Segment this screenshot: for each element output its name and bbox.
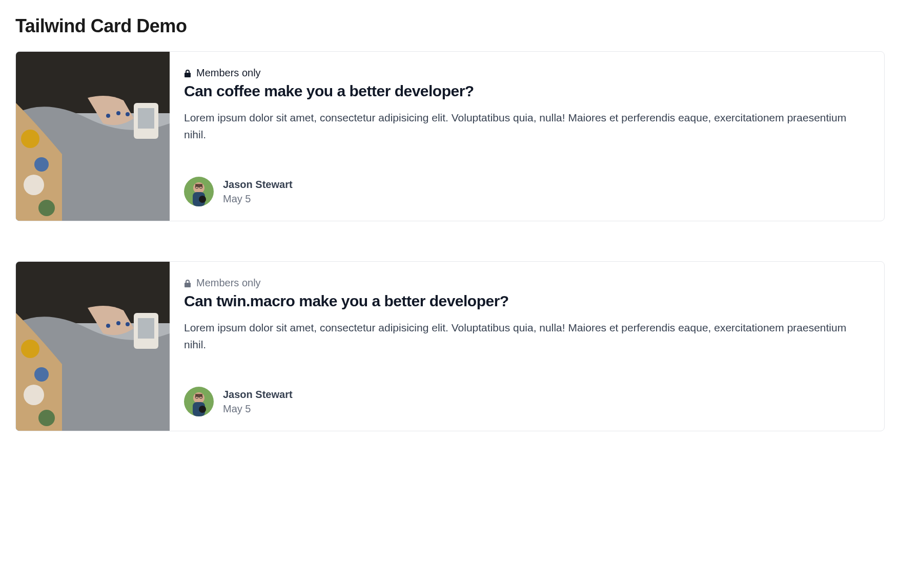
card-body: Members only Can twin.macro make you a b… — [170, 262, 884, 431]
svg-point-23 — [38, 410, 55, 426]
badge-label: Members only — [196, 277, 261, 289]
svg-point-28 — [126, 322, 130, 326]
author-row: Jason Stewart May 5 — [184, 177, 870, 206]
lock-icon — [184, 279, 191, 287]
svg-point-4 — [24, 175, 44, 195]
author-row: Jason Stewart May 5 — [184, 387, 870, 416]
svg-rect-25 — [138, 318, 154, 339]
author-name[interactable]: Jason Stewart — [223, 387, 293, 402]
card-body: Members only Can coffee make you a bette… — [170, 52, 884, 221]
svg-point-21 — [34, 367, 49, 382]
svg-point-27 — [116, 321, 120, 325]
svg-point-20 — [21, 340, 39, 358]
members-badge: Members only — [184, 67, 870, 79]
svg-point-8 — [106, 114, 110, 118]
publish-date: May 5 — [223, 192, 293, 206]
author-avatar[interactable] — [184, 387, 214, 416]
svg-point-5 — [38, 200, 55, 216]
card-title[interactable]: Can twin.macro make you a better develop… — [184, 292, 870, 310]
svg-point-9 — [116, 111, 120, 115]
badge-label: Members only — [196, 67, 261, 79]
svg-point-35 — [199, 406, 206, 413]
lock-icon — [184, 69, 191, 77]
publish-date: May 5 — [223, 402, 293, 416]
card-cover-image — [16, 52, 170, 221]
svg-point-3 — [34, 157, 49, 172]
card-title[interactable]: Can coffee make you a better developer? — [184, 82, 870, 100]
author-avatar[interactable] — [184, 177, 214, 206]
card-excerpt: Lorem ipsum dolor sit amet, consectetur … — [184, 110, 870, 143]
svg-point-2 — [21, 130, 39, 148]
article-card[interactable]: Members only Can coffee make you a bette… — [15, 51, 885, 221]
members-badge: Members only — [184, 277, 870, 289]
article-card[interactable]: Members only Can twin.macro make you a b… — [15, 261, 885, 431]
card-excerpt: Lorem ipsum dolor sit amet, consectetur … — [184, 320, 870, 353]
author-name[interactable]: Jason Stewart — [223, 177, 293, 192]
card-cover-image — [16, 262, 170, 431]
page-title: Tailwind Card Demo — [15, 15, 885, 37]
svg-rect-7 — [138, 108, 154, 129]
svg-point-10 — [126, 112, 130, 116]
svg-point-26 — [106, 324, 110, 328]
svg-point-17 — [199, 196, 206, 203]
svg-point-22 — [24, 385, 44, 405]
